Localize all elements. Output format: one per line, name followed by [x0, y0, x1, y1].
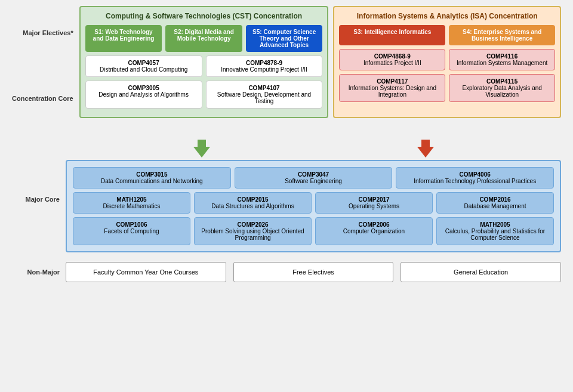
- isa-core-comp4115: COMP4115 Exploratory Data Analysis and V…: [449, 74, 555, 102]
- major-core-section: COMP3015 Data Communications and Network…: [66, 160, 561, 252]
- cst-electives-row: S1: Web Technology and Data Engineering …: [85, 25, 323, 52]
- isa-core-comp4868: COMP4868-9 Informatics Project I/II: [339, 49, 445, 70]
- cst-core-comp3005: COMP3005 Design and Analysis of Algorith…: [85, 81, 202, 109]
- major-core-row1: COMP3015 Data Communications and Network…: [73, 167, 554, 189]
- cst-core-comp4878: COMP4878-9 Innovative Computing Project …: [206, 55, 323, 77]
- isa-concentration: Information Systems & Analytics (ISA) Co…: [333, 6, 561, 118]
- non-major-label: Non-Major: [12, 268, 66, 276]
- cst-core-comp4057: COMP4057 Distributed and Cloud Computing: [85, 55, 202, 77]
- main-diagram: Major Electives* Concentration Core Comp…: [12, 6, 561, 282]
- isa-core-comp4116: COMP4116 Information Systems Management: [449, 49, 555, 70]
- major-core-label: Major Core: [12, 160, 66, 203]
- major-core-comp3015: COMP3015 Data Communications and Network…: [73, 167, 231, 189]
- major-core-math2005: MATH2005 Calculus, Probability and Stati…: [436, 217, 554, 245]
- non-major-section: Non-Major Faculty Common Year One Course…: [12, 262, 561, 282]
- cst-title: Computing & Software Technologies (CST) …: [85, 12, 323, 20]
- isa-elective-s3: S3: Intelligence Informatics: [339, 25, 445, 45]
- cst-elective-s2: S2: Digital Media and Mobile Technology: [165, 25, 242, 52]
- major-core-comp2026: COMP2026 Problem Solving using Object Or…: [194, 217, 312, 245]
- isa-elective-s4: S4: Enterprise Systems and Business Inte…: [449, 25, 555, 45]
- major-electives-label: Major Electives*: [12, 6, 79, 60]
- cst-core-comp4107: COMP4107 Software Design, Development an…: [206, 81, 323, 109]
- major-core-comp2006: COMP2006 Computer Organization: [315, 217, 433, 245]
- isa-electives-row: S3: Intelligence Informatics S4: Enterpr…: [339, 25, 555, 45]
- major-core-comp3047: COMP3047 Software Engineering: [235, 167, 393, 189]
- non-major-faculty: Faculty Common Year One Courses: [66, 262, 226, 282]
- major-core-comp1006: COMP1006 Facets of Computing: [73, 217, 190, 245]
- major-core-comp2015: COMP2015 Data Structures and Algorithms: [194, 192, 312, 214]
- major-core-comp4006: COMP4006 Information Technology Professi…: [396, 167, 554, 189]
- concentration-core-label: Concentration Core: [12, 60, 79, 137]
- cst-elective-s5: S5: Computer Science Theory and Other Ad…: [246, 25, 323, 52]
- major-core-comp2017: COMP2017 Operating Systems: [315, 192, 433, 214]
- major-core-comp2016: COMP2016 Database Management: [436, 192, 554, 214]
- cst-core-row1: COMP4057 Distributed and Cloud Computing…: [85, 55, 323, 77]
- isa-title: Information Systems & Analytics (ISA) Co…: [339, 12, 555, 20]
- non-major-general-education: General Education: [401, 262, 561, 282]
- cst-core-row2: COMP3005 Design and Analysis of Algorith…: [85, 81, 323, 109]
- major-core-row3: COMP1006 Facets of Computing COMP2026 Pr…: [73, 217, 554, 245]
- cst-arrow: [193, 140, 210, 158]
- non-major-free-electives: Free Electives: [233, 262, 394, 282]
- major-core-math1205: MATH1205 Discrete Mathematics: [73, 192, 190, 214]
- isa-core-row1: COMP4868-9 Informatics Project I/II COMP…: [339, 49, 555, 70]
- cst-concentration: Computing & Software Technologies (CST) …: [79, 6, 329, 118]
- isa-core-row2: COMP4117 Information Systems: Design and…: [339, 74, 555, 102]
- major-core-row2: MATH1205 Discrete Mathematics COMP2015 D…: [73, 192, 554, 214]
- cst-elective-s1: S1: Web Technology and Data Engineering: [85, 25, 162, 52]
- isa-core-comp4117: COMP4117 Information Systems: Design and…: [339, 74, 445, 102]
- isa-arrow: [417, 140, 434, 158]
